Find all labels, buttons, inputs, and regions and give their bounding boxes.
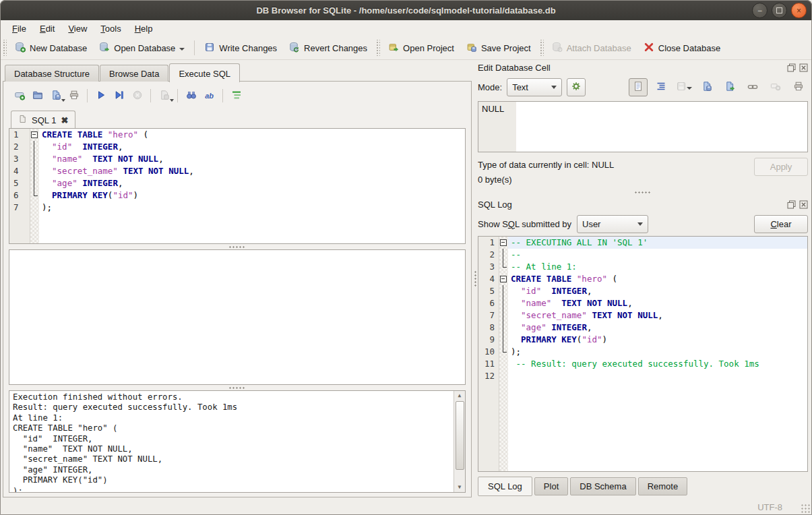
open-sql-file-button[interactable] bbox=[28, 88, 46, 104]
tab-browse-data[interactable]: Browse Data bbox=[100, 65, 168, 82]
line-number: 6 bbox=[478, 297, 499, 309]
save-project-button[interactable]: Save Project bbox=[460, 39, 537, 57]
tab-database-structure[interactable]: Database Structure bbox=[5, 65, 99, 82]
cell-size-info: 0 byte(s) bbox=[478, 173, 754, 187]
write-changes-button[interactable]: Write Changes bbox=[198, 39, 283, 57]
line-number: 3 bbox=[478, 261, 499, 273]
fold-marker bbox=[499, 285, 508, 297]
cell-editor[interactable]: NULL bbox=[478, 101, 808, 152]
word-wrap-button[interactable] bbox=[652, 78, 670, 96]
mode-value: Text bbox=[512, 82, 528, 92]
messages-pane[interactable]: Execution finished without errors.Result… bbox=[9, 390, 466, 493]
save-gray-icon bbox=[676, 81, 687, 94]
copy-cell-button[interactable] bbox=[743, 78, 762, 96]
dock-tab-plot[interactable]: Plot bbox=[534, 477, 568, 495]
toolbar-button-label: Attach Database bbox=[567, 43, 631, 53]
set-null-icon bbox=[770, 81, 781, 94]
dock-tab-db-schema[interactable]: DB Schema bbox=[570, 477, 635, 495]
menu-edit[interactable]: Edit bbox=[33, 22, 61, 35]
import-cell-button[interactable] bbox=[697, 78, 716, 96]
menu-file[interactable]: File bbox=[5, 22, 33, 35]
code-line: 1-- EXECUTING ALL IN 'SQL 1' bbox=[478, 237, 807, 249]
title-bar[interactable]: DB Browser for SQLite - /home/user/code/… bbox=[0, 0, 812, 20]
sql-log-pane[interactable]: 1-- EXECUTING ALL IN 'SQL 1'2--3-- At li… bbox=[478, 236, 808, 472]
code-text: ); bbox=[508, 346, 807, 358]
code-line: 2-- bbox=[478, 249, 807, 261]
svg-text:ab: ab bbox=[205, 91, 214, 99]
fold-marker[interactable] bbox=[499, 237, 508, 249]
menu-view[interactable]: View bbox=[61, 22, 94, 35]
toolbar-button-label: Open Project bbox=[403, 43, 454, 53]
fold-marker[interactable] bbox=[30, 129, 39, 141]
fold-marker bbox=[499, 297, 508, 309]
export-icon bbox=[724, 81, 735, 94]
dock-tab-remote[interactable]: Remote bbox=[638, 477, 688, 495]
toolbar-handle[interactable] bbox=[375, 40, 380, 56]
format-icon bbox=[231, 90, 242, 102]
float-dock-icon[interactable] bbox=[786, 200, 796, 209]
execute-line-button[interactable] bbox=[110, 88, 128, 104]
print-sql-button[interactable] bbox=[65, 88, 83, 104]
menu-tools[interactable]: Tools bbox=[94, 22, 127, 35]
line-number: 2 bbox=[478, 249, 499, 261]
sql-tab[interactable]: SQL 1 ✖ bbox=[11, 111, 75, 128]
new-sql-tab-button[interactable] bbox=[10, 88, 28, 104]
maximize-button[interactable] bbox=[772, 3, 787, 18]
messages-scrollbar[interactable]: ▲ ▼ bbox=[454, 391, 465, 492]
dock-section-splitter[interactable] bbox=[478, 187, 808, 197]
code-line: 12 bbox=[478, 370, 807, 382]
scrollbar-thumb[interactable] bbox=[456, 401, 464, 470]
fold-marker[interactable] bbox=[499, 273, 508, 285]
code-line: 5 "id" INTEGER, bbox=[478, 285, 807, 297]
mode-select[interactable]: Text bbox=[507, 78, 562, 96]
results-splitter[interactable] bbox=[9, 385, 466, 390]
toolbar-handle[interactable] bbox=[539, 40, 544, 56]
close-dock-icon[interactable] bbox=[799, 200, 808, 209]
scroll-up-icon[interactable]: ▲ bbox=[454, 391, 465, 400]
auto-switch-mode-button[interactable] bbox=[567, 78, 586, 96]
save-sql-file-button[interactable] bbox=[46, 88, 65, 104]
new-database-button[interactable]: New Database bbox=[9, 39, 93, 57]
line-number: 11 bbox=[478, 358, 499, 370]
fold-marker bbox=[30, 189, 39, 202]
clear-log-button[interactable]: Clear bbox=[754, 215, 808, 233]
dock-tab-sql-log[interactable]: SQL Log bbox=[478, 477, 532, 496]
replace-button[interactable]: ab bbox=[200, 88, 218, 104]
toolbar-handle[interactable] bbox=[2, 40, 7, 56]
code-text: "id" INTEGER, bbox=[508, 285, 807, 297]
find-button[interactable] bbox=[182, 88, 200, 104]
log-filter-select[interactable]: User bbox=[577, 215, 648, 233]
menu-help[interactable]: Help bbox=[128, 22, 160, 35]
print-cell-button[interactable] bbox=[789, 78, 808, 96]
sql-editor[interactable]: 1CREATE TABLE "hero" (2 "id" INTEGER,3 "… bbox=[9, 128, 466, 244]
revert-changes-button[interactable]: Revert Changes bbox=[283, 39, 373, 57]
encoding-indicator[interactable]: UTF-8 bbox=[757, 502, 782, 512]
sql-log-title: SQL Log bbox=[478, 200, 784, 210]
float-dock-icon[interactable] bbox=[786, 63, 796, 72]
scroll-down-icon[interactable]: ▼ bbox=[454, 483, 465, 492]
toolbar-separator bbox=[194, 40, 195, 55]
open-database-button[interactable]: Open Database bbox=[93, 39, 191, 57]
tab-execute-sql[interactable]: Execute SQL bbox=[169, 63, 240, 82]
close-database-button[interactable]: Close Database bbox=[637, 39, 727, 57]
open-project-button[interactable]: Open Project bbox=[382, 39, 460, 57]
close-button[interactable]: × bbox=[791, 3, 807, 18]
resize-grip[interactable] bbox=[801, 504, 810, 513]
message-line: "name" TEXT NOT NULL, bbox=[13, 444, 451, 454]
fold-marker bbox=[499, 322, 508, 334]
format-sql-button[interactable] bbox=[227, 88, 245, 104]
execute-all-button[interactable] bbox=[92, 88, 110, 104]
minimize-button[interactable]: − bbox=[752, 3, 768, 18]
dock-splitter[interactable] bbox=[472, 60, 478, 497]
close-dock-icon[interactable] bbox=[799, 63, 808, 72]
apply-button[interactable]: Apply bbox=[754, 158, 808, 176]
sql-toolbar: ab bbox=[9, 84, 466, 108]
results-grid[interactable] bbox=[9, 249, 466, 385]
close-tab-icon[interactable]: ✖ bbox=[61, 115, 68, 125]
export-cell-button[interactable] bbox=[720, 78, 739, 96]
text-mode-button[interactable] bbox=[629, 78, 648, 96]
window-controls: − × bbox=[752, 3, 807, 18]
code-text: -- Result: query executed successfully. … bbox=[508, 358, 807, 370]
editor-splitter[interactable] bbox=[9, 244, 466, 249]
play-icon bbox=[96, 90, 106, 102]
